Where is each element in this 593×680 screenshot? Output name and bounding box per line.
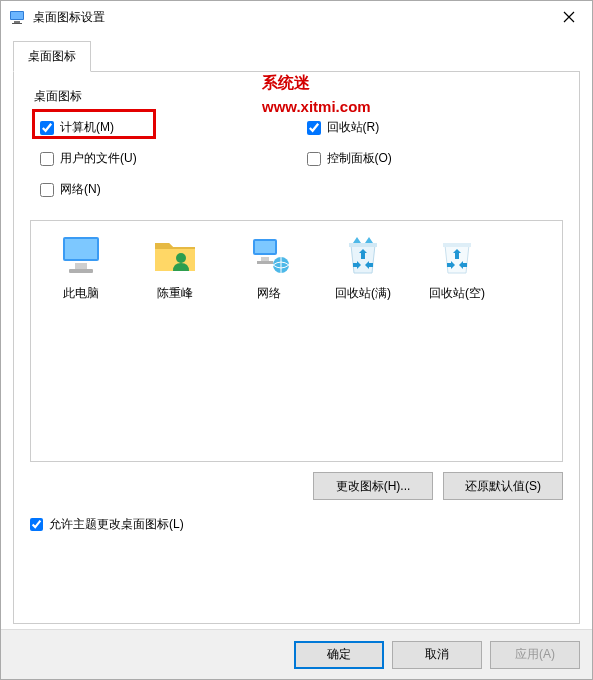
watermark-url: www.xitmi.com <box>262 98 371 115</box>
svg-rect-1 <box>11 12 23 19</box>
icon-label-pc: 此电脑 <box>63 285 99 302</box>
icon-item-network[interactable]: 网络 <box>225 231 313 302</box>
checkbox-controlpanel-input[interactable] <box>307 152 321 166</box>
dialog-window: 桌面图标设置 桌面图标 系统迷 www.xitmi.com 桌面图标 计算机(M… <box>0 0 593 680</box>
checkbox-computer-input[interactable] <box>40 121 54 135</box>
icon-label-user: 陈重峰 <box>157 285 193 302</box>
restore-default-button[interactable]: 还原默认值(S) <box>443 472 563 500</box>
change-icon-button[interactable]: 更改图标(H)... <box>313 472 433 500</box>
tab-panel: 系统迷 www.xitmi.com 桌面图标 计算机(M) 回收站(R) 用户的… <box>13 72 580 624</box>
network-icon <box>245 231 293 279</box>
svg-rect-5 <box>65 239 97 259</box>
checkbox-grid: 计算机(M) 回收站(R) 用户的文件(U) 控制面板(O) 网络(N) <box>26 113 567 214</box>
ok-button[interactable]: 确定 <box>294 641 384 669</box>
checkbox-userfiles[interactable]: 用户的文件(U) <box>40 150 287 167</box>
recycle-bin-full-icon <box>339 231 387 279</box>
icon-item-pc[interactable]: 此电脑 <box>37 231 125 302</box>
checkbox-userfiles-input[interactable] <box>40 152 54 166</box>
icon-item-binfull[interactable]: 回收站(满) <box>319 231 407 302</box>
pc-icon <box>57 231 105 279</box>
checkbox-network-input[interactable] <box>40 183 54 197</box>
watermark-text: 系统迷 <box>262 73 310 94</box>
checkbox-controlpanel[interactable]: 控制面板(O) <box>307 150 554 167</box>
svg-rect-2 <box>14 21 20 23</box>
checkbox-allow-theme-input[interactable] <box>30 518 43 531</box>
svg-rect-7 <box>69 269 93 273</box>
checkbox-network-label: 网络(N) <box>60 181 101 198</box>
checkbox-computer-label: 计算机(M) <box>60 119 114 136</box>
checkbox-controlpanel-label: 控制面板(O) <box>327 150 392 167</box>
svg-rect-12 <box>257 261 273 264</box>
checkbox-userfiles-label: 用户的文件(U) <box>60 150 137 167</box>
icon-label-binempty: 回收站(空) <box>429 285 485 302</box>
tabstrip: 桌面图标 <box>13 41 580 72</box>
app-icon <box>9 9 25 25</box>
checkbox-network[interactable]: 网络(N) <box>40 181 287 198</box>
svg-point-8 <box>176 253 186 263</box>
svg-rect-3 <box>12 23 22 24</box>
user-folder-icon <box>151 231 199 279</box>
icon-item-user[interactable]: 陈重峰 <box>131 231 219 302</box>
close-button[interactable] <box>546 1 592 33</box>
svg-rect-10 <box>255 241 275 253</box>
recycle-bin-empty-icon <box>433 231 481 279</box>
content-area: 桌面图标 系统迷 www.xitmi.com 桌面图标 计算机(M) 回收站(R… <box>1 33 592 629</box>
icon-label-network: 网络 <box>257 285 281 302</box>
checkbox-allow-theme-label: 允许主题更改桌面图标(L) <box>49 516 184 533</box>
tab-desktop-icons[interactable]: 桌面图标 <box>13 41 91 72</box>
icon-preview-box: 此电脑 陈重峰 <box>30 220 563 462</box>
checkbox-recycle-label: 回收站(R) <box>327 119 380 136</box>
cancel-button[interactable]: 取消 <box>392 641 482 669</box>
icon-label-binfull: 回收站(满) <box>335 285 391 302</box>
checkbox-recycle-input[interactable] <box>307 121 321 135</box>
checkbox-recycle[interactable]: 回收站(R) <box>307 119 554 136</box>
titlebar: 桌面图标设置 <box>1 1 592 33</box>
window-title: 桌面图标设置 <box>33 9 546 26</box>
apply-button[interactable]: 应用(A) <box>490 641 580 669</box>
checkbox-computer[interactable]: 计算机(M) <box>40 119 287 136</box>
svg-rect-6 <box>75 263 87 269</box>
dialog-footer: 确定 取消 应用(A) <box>1 629 592 679</box>
icon-button-row: 更改图标(H)... 还原默认值(S) <box>26 472 567 500</box>
checkbox-allow-theme[interactable]: 允许主题更改桌面图标(L) <box>30 516 567 533</box>
svg-rect-11 <box>261 257 269 261</box>
icon-item-binempty[interactable]: 回收站(空) <box>413 231 501 302</box>
